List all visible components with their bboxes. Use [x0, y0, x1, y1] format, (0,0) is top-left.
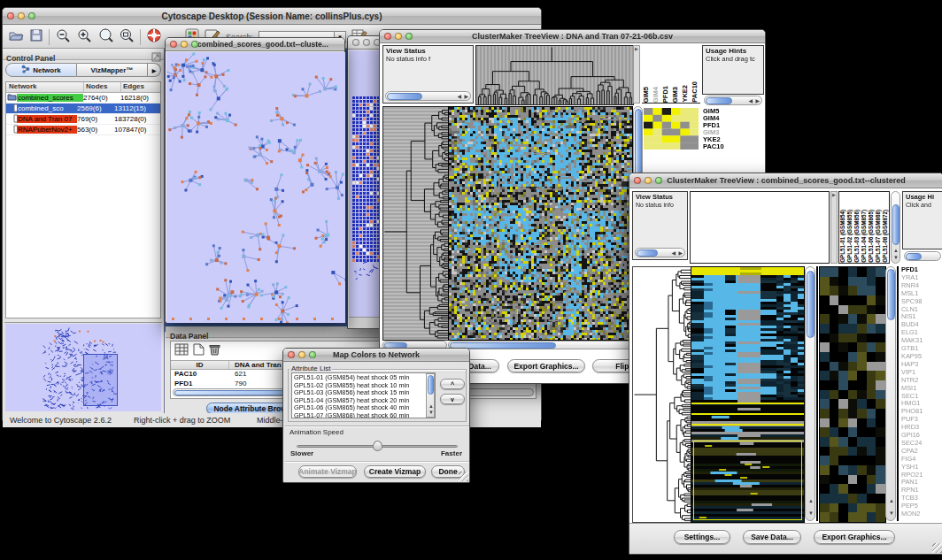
zoom-button[interactable]: [405, 33, 413, 40]
network-table-header[interactable]: Network Nodes Edges: [6, 82, 160, 93]
status-zoom-hint: Right-click + drag to ZOOM: [134, 416, 230, 425]
attribute-list-vscroll[interactable]: ▲▼: [426, 373, 435, 418]
map-dialog-titlebar[interactable]: Map Colors to Network: [283, 349, 469, 362]
tv1-col-label: GIM4: [652, 87, 661, 103]
minimize-button[interactable]: [645, 177, 652, 184]
attribute-table-icon[interactable]: [174, 343, 189, 359]
gene-label[interactable]: MON2: [901, 510, 942, 518]
attribute-item[interactable]: GPL51-01 (GSM854) heat shock 05 min: [294, 374, 424, 382]
tv1-column-dendrogram[interactable]: [475, 45, 634, 105]
tv2-settings-button[interactable]: Settings...: [674, 530, 730, 544]
zoom-in-icon[interactable]: [76, 27, 92, 47]
zoom-button[interactable]: [309, 351, 316, 358]
attribute-item[interactable]: GPL51-06 (GSM865) heat shock 40 min: [294, 404, 424, 412]
open-session-icon[interactable]: [8, 28, 24, 46]
tv2-zoom-vscroll[interactable]: ▲▼: [885, 266, 896, 521]
tv2-heatmap[interactable]: [691, 266, 805, 523]
attribute-list-label: Attribute List: [290, 364, 332, 372]
zoom-button[interactable]: [655, 177, 662, 184]
network-row[interactable]: combined_scores2764(0)16218(0): [6, 93, 160, 104]
tv1-usage-scrollbar[interactable]: ◀▶: [704, 96, 762, 105]
tv2-status-scrollbar[interactable]: ◀▶: [635, 248, 685, 257]
close-button[interactable]: [7, 12, 14, 19]
control-panel: Control Panel Network VizMapper™ ▶ Netwo…: [3, 49, 165, 413]
tab-network[interactable]: Network: [5, 63, 77, 77]
tv2-gene-labels: PFD1YRA1RNR4MSL1SPC98CLN1NIS1BUD4ELG1MAK…: [897, 266, 942, 521]
save-session-icon[interactable]: [29, 28, 43, 46]
tv2-heatmap-vscroll[interactable]: ▲▼: [805, 266, 815, 521]
zoom-fit-icon[interactable]: [119, 27, 135, 47]
close-button[interactable]: [634, 177, 641, 184]
attribute-item[interactable]: GPL51-07 (GSM868) heat shock 60 min: [294, 412, 424, 418]
network-row[interactable]: combined_sco2569(6)13112(15): [6, 104, 160, 114]
new-attribute-icon[interactable]: [193, 343, 205, 359]
close-button[interactable]: [170, 41, 177, 48]
status-welcome: Welcome to Cytoscape 2.6.2: [10, 416, 112, 425]
network-name: combined_scores: [17, 94, 83, 102]
tv1-row-labels: GIM5GIM4PFD1GIM3YKE2PAC10: [703, 108, 763, 150]
tv2-save-data-button[interactable]: Save Data...: [743, 530, 801, 544]
treeview-dna-titlebar[interactable]: ClusterMaker TreeView : DNA and Tran 07-…: [380, 30, 765, 43]
tab-more[interactable]: ▶: [148, 63, 161, 77]
tv1-usage-text: Click and drag tc: [703, 55, 763, 63]
animation-speed-slider[interactable]: [297, 441, 458, 451]
tv2-usage-hints-panel: Usage Hi Click and: [902, 191, 942, 249]
tab-vizmapper[interactable]: VizMapper™: [77, 63, 148, 77]
tv2-view-status-heading: View Status: [633, 192, 687, 201]
network-edges: 107847(0): [114, 126, 160, 134]
attribute-listbox[interactable]: GPL51-01 (GSM854) heat shock 05 minGPL51…: [291, 372, 436, 418]
main-titlebar[interactable]: Cytoscape Desktop (Session Name: collins…: [3, 8, 541, 25]
treeview-dna-title: ClusterMaker TreeView : DNA and Tran 07-…: [380, 32, 765, 41]
minimize-button[interactable]: [298, 351, 305, 358]
network-tab-icon: [21, 65, 30, 75]
resize-grip[interactable]: [932, 543, 942, 553]
animation-speed-label: Animation Speed: [290, 428, 344, 436]
delete-attribute-icon[interactable]: [209, 343, 220, 359]
minimize-button[interactable]: [395, 33, 402, 40]
tv1-view-status-text: No status info f: [383, 55, 473, 63]
attribute-item[interactable]: GPL51-02 (GSM855) heat shock 10 min: [294, 382, 424, 390]
minimize-button[interactable]: [181, 41, 188, 48]
create-vizmap-button[interactable]: Create Vizmap: [364, 465, 426, 478]
tv1-heatmap[interactable]: [448, 106, 633, 341]
help-icon[interactable]: [146, 27, 162, 47]
resize-grip[interactable]: [459, 472, 468, 481]
network-view-titlebar[interactable]: combined_scores_good.txt--cluste...: [166, 38, 344, 51]
slider-thumb[interactable]: [373, 441, 382, 451]
network-overview[interactable]: [4, 322, 162, 411]
tv1-status-scrollbar[interactable]: ◀▶: [385, 91, 471, 101]
zoom-button[interactable]: [28, 12, 35, 19]
tv1-col-label: YKE2: [681, 85, 691, 103]
tv1-heatmap-hscroll[interactable]: ◀▶: [448, 341, 643, 349]
tv1-export-graphics-button[interactable]: Export Graphics...: [507, 359, 585, 372]
tv2-usage-scrollbar[interactable]: [904, 251, 941, 261]
tv2-col-label: GPL51-06 (GSM865): [868, 210, 875, 263]
network-row[interactable]: RNAPuberNov2+563(0)107847(0): [6, 125, 160, 135]
attribute-items: GPL51-01 (GSM854) heat shock 05 minGPL51…: [294, 374, 424, 418]
tv2-zoom-heatmap[interactable]: [819, 266, 886, 523]
tv2-column-dendrogram[interactable]: [690, 191, 830, 264]
tv1-zoom-matrix[interactable]: [644, 108, 699, 150]
control-panel-title: Control Panel: [3, 54, 55, 63]
attribute-down-button[interactable]: v: [440, 394, 465, 404]
attribute-item[interactable]: GPL51-03 (GSM856) heat shock 15 min: [294, 389, 424, 397]
zoom-selected-icon[interactable]: [97, 27, 113, 47]
attribute-item[interactable]: GPL51-04 (GSM857) heat shock 20 min: [294, 397, 424, 405]
attribute-up-button[interactable]: ^: [440, 379, 465, 389]
tv2-row-dendrogram[interactable]: [632, 266, 691, 523]
zoom-out-icon[interactable]: [55, 27, 71, 47]
zoom-button[interactable]: [191, 41, 198, 48]
tv2-export-graphics-button[interactable]: Export Graphics...: [814, 530, 895, 544]
network-table: Network Nodes Edges combined_scores2764(…: [5, 81, 161, 318]
close-button[interactable]: [288, 351, 295, 358]
tv2-collabel-vscroll[interactable]: ▲▼: [891, 191, 900, 264]
tv1-row-dendrogram[interactable]: [382, 106, 449, 341]
network-row[interactable]: DNA and Tran 07769(0)183728(0): [6, 114, 160, 125]
treeview-combined-titlebar[interactable]: ClusterMaker TreeView : combined_scores_…: [629, 173, 942, 188]
network-canvas[interactable]: [166, 52, 345, 323]
animate-vizmap-button[interactable]: Animate Vizmap: [298, 465, 357, 478]
close-button[interactable]: [384, 33, 391, 40]
tv1-row-label[interactable]: PAC10: [703, 143, 763, 150]
tv2-col-label: GPL51-02 (GSM855): [846, 210, 853, 263]
minimize-button[interactable]: [18, 12, 25, 19]
